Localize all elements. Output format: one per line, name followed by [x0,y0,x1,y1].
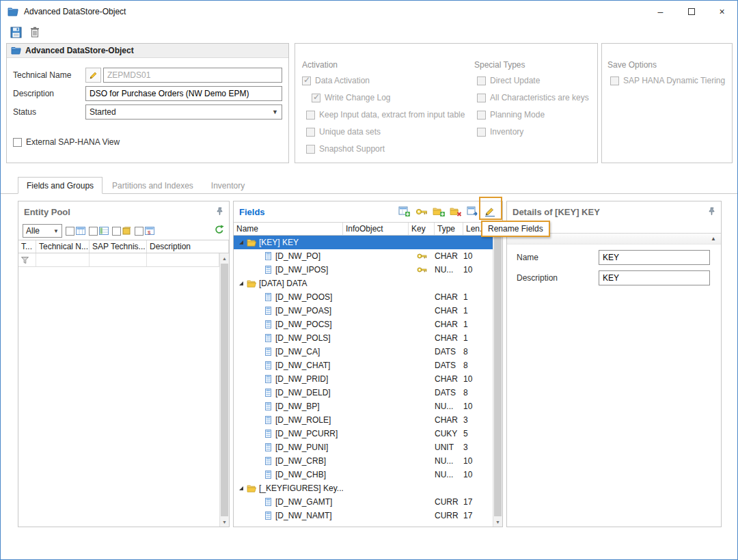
field-row[interactable]: [D_NW_PUNI]UNIT3 [234,440,493,454]
checkbox-data-activation[interactable]: Data Activation [302,76,472,86]
checkbox-write-change-log[interactable]: Write Change Log [312,93,472,103]
tab-fields-and-groups[interactable]: Fields and Groups [18,177,102,194]
field-group-row[interactable]: [KEY] KEY [234,236,493,249]
details-description-input[interactable] [599,270,710,285]
checkbox-box[interactable] [477,76,486,85]
field-row[interactable]: [D_NW_DELD]DATS8 [234,386,493,400]
manage-keys-icon[interactable] [415,204,428,219]
field-row[interactable]: [D_NW_PCURR]CUKY5 [234,427,493,440]
entity-filter-select[interactable]: Alle ▼ [23,224,62,238]
checkbox-box[interactable] [89,227,98,236]
entity-filter-cell[interactable] [90,253,147,266]
checkbox-box[interactable] [610,76,619,85]
checkbox-box[interactable] [312,94,320,102]
field-row[interactable]: [D_NW_ROLE]CHAR3 [234,413,493,427]
entity-column-header[interactable]: SAP Technis... [90,240,147,253]
checkbox-box[interactable] [477,111,486,120]
field-row[interactable]: [D_NW_IPOS]NU...10 [234,263,493,277]
field-row[interactable]: [D_NW_CHAT]DATS8 [234,359,493,372]
checkbox-sap-hana-dynamic-tiering[interactable]: SAP HANA Dynamic Tiering [610,76,729,86]
fields-column-header[interactable]: Key [409,223,435,235]
move-fields-icon[interactable] [466,204,480,219]
fields-column-header[interactable]: InfoObject [343,223,409,235]
scroll-up-icon[interactable]: ▲ [220,253,229,263]
field-row[interactable]: [D_NW_PO]CHAR10 [234,249,493,263]
add-fields-icon[interactable] [398,204,411,219]
close-button[interactable]: × [707,1,737,23]
checkbox-box[interactable] [477,128,486,137]
collapse-icon[interactable]: ▲ [711,236,716,242]
description-input[interactable] [85,86,282,101]
checkbox-box[interactable] [477,94,486,102]
status-select[interactable]: Started ▼ [85,104,282,120]
field-row[interactable]: [D_NW_BP]NU...10 [234,400,493,413]
checkbox-box[interactable] [306,145,315,154]
entity-filter-cell[interactable] [18,253,36,266]
field-row[interactable]: [D_NW_POAS]CHAR1 [234,304,493,318]
field-row[interactable]: [D_NW_GAMT]CURR17 [234,495,493,509]
checkbox-box[interactable] [306,111,315,120]
entity-column-header[interactable]: T... [18,240,36,253]
field-row[interactable]: [D_NW_POCS]CHAR1 [234,318,493,331]
field-row[interactable]: [D_NW_CHB]NU...10 [234,468,493,481]
fields-column-header[interactable]: Name [234,223,343,235]
scroll-down-icon[interactable]: ▼ [220,517,229,527]
field-row[interactable]: [D_NW_PRID]CHAR10 [234,372,493,386]
remove-group-icon[interactable] [449,204,463,219]
delete-icon[interactable] [30,27,40,38]
entity-column-header[interactable]: Technical N... [36,240,90,253]
tree-expander-icon[interactable] [238,240,244,245]
add-group-icon[interactable] [432,204,446,219]
entity-filter-row[interactable] [18,253,219,267]
tab-inventory[interactable]: Inventory [203,178,253,193]
pin-icon[interactable] [708,207,715,217]
details-name-input[interactable] [599,250,710,265]
field-group-row[interactable]: [DATA] DATA [234,277,493,290]
scrollbar-thumb[interactable] [221,264,228,516]
field-row[interactable]: [D_NW_POOS]CHAR1 [234,290,493,304]
fields-column-header[interactable]: Type [435,223,463,235]
technical-name-input[interactable] [103,68,282,83]
checkbox-direct-update[interactable]: Direct Update [477,76,594,86]
checkbox-box[interactable] [112,227,121,236]
type-cell: CHAR [435,318,463,331]
tree-expander-icon[interactable] [238,486,244,491]
fields-scrollbar[interactable]: ▲ ▼ [493,222,502,527]
checkbox-box[interactable] [135,227,144,236]
filter-funnel-icon[interactable] [21,257,29,264]
field-name: [D_NW_POOS] [275,292,332,302]
checkbox-box[interactable] [13,138,22,147]
external-hana-view-checkbox[interactable]: External SAP-HANA View [13,137,288,148]
minimize-button[interactable]: – [645,1,676,23]
entity-column-header[interactable]: Description [147,240,229,253]
checkbox-inventory[interactable]: Inventory [477,127,594,137]
edit-technical-name-button[interactable] [85,68,101,83]
field-name: [D_NW_PO] [275,251,320,261]
tab-partitions-and-indexes[interactable]: Partitions and Indexes [104,178,202,193]
type-cell [435,481,463,495]
entity-filter-cell[interactable] [36,253,90,266]
checkbox-snapshot-support[interactable]: Snapshot Support [306,144,472,154]
pin-icon[interactable] [216,207,223,217]
checkbox-unique-data-sets[interactable]: Unique data sets [306,127,472,137]
checkbox-box[interactable] [66,227,74,236]
checkbox-planning-mode[interactable]: Planning Mode [477,110,594,120]
field-row[interactable]: [D_NW_POLS]CHAR1 [234,331,493,345]
field-group-row[interactable]: [_KEYFIGURES] Key... [234,481,493,495]
scroll-down-icon[interactable]: ▼ [493,517,502,527]
entity-filter-cell[interactable] [147,253,219,266]
field-row[interactable]: [D_NW_CA]DATS8 [234,345,493,359]
field-row[interactable]: [D_NW_NAMT]CURR17 [234,509,493,522]
details-name-row: Name [517,250,710,265]
checkbox-box[interactable] [302,76,311,85]
checkbox-all-characteristics-are-keys[interactable]: All Characteristics are keys [477,93,594,103]
scrollbar-thumb[interactable] [494,232,502,516]
save-icon[interactable] [10,27,22,38]
entity-scrollbar[interactable]: ▲ ▼ [219,253,229,527]
refresh-icon[interactable] [214,225,225,237]
checkbox-keep-input-data-extract-from-input-table[interactable]: Keep Input data, extract from input tabl… [306,110,472,120]
maximize-button[interactable] [676,1,707,23]
field-row[interactable]: [D_NW_CRB]NU...10 [234,454,493,468]
tree-expander-icon[interactable] [238,281,244,286]
checkbox-box[interactable] [306,128,315,137]
